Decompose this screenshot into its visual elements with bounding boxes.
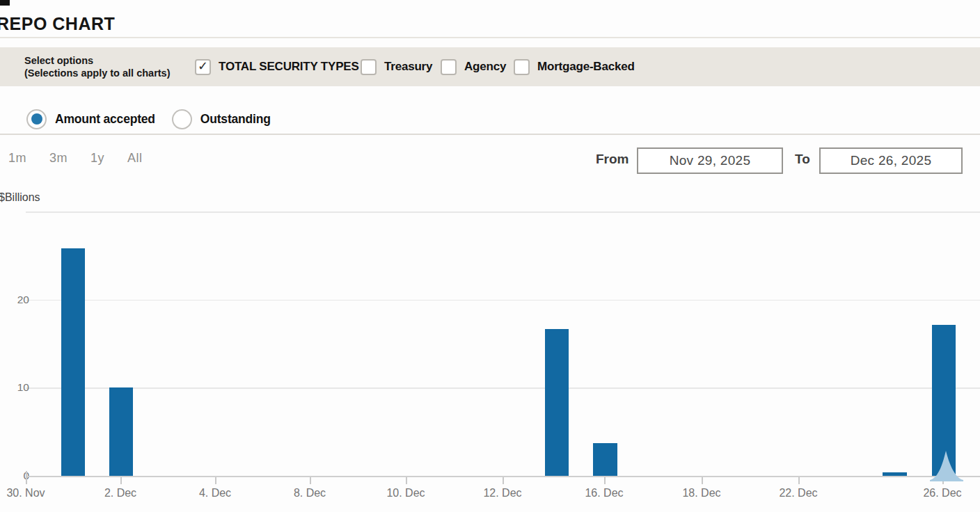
x-tick-mark — [798, 477, 800, 484]
x-tick-label: 18. Dec — [682, 487, 720, 499]
x-tick-mark — [503, 477, 504, 484]
x-tick-label: 12. Dec — [483, 487, 521, 499]
radio-label: Outstanding — [200, 112, 271, 127]
checkbox-icon[interactable]: ✓ — [514, 59, 530, 75]
x-tick-mark — [604, 477, 606, 484]
x-tick-label: 2. Dec — [104, 487, 136, 499]
checkbox-label: TOTAL SECURITY TYPES — [219, 60, 359, 74]
x-tick-label: 30. Nov — [6, 487, 45, 499]
y-tick-label: 20 — [1, 294, 29, 306]
x-tick-mark — [310, 477, 311, 484]
range-button-1y[interactable]: 1y — [90, 151, 104, 166]
bar-dec-15[interactable] — [545, 329, 569, 477]
checkbox-total-security-types[interactable]: ✓ TOTAL SECURITY TYPES — [195, 47, 359, 86]
bar-dec-1[interactable] — [61, 248, 85, 477]
bar-dec-16[interactable] — [593, 443, 617, 477]
x-tick-mark — [702, 477, 703, 484]
options-caption-line1: Select options — [24, 54, 171, 67]
bar-dec-2[interactable] — [109, 387, 133, 477]
range-button-all[interactable]: All — [127, 151, 143, 166]
range-button-3m[interactable]: 3m — [49, 151, 68, 166]
x-tick-mark — [120, 477, 122, 484]
gridline — [26, 387, 980, 389]
series-toggle-group: Amount accepted Outstanding — [26, 104, 287, 134]
radio-amount-accepted[interactable]: Amount accepted — [26, 109, 155, 129]
checkbox-label: Treasury — [384, 60, 432, 74]
page-title: REPO CHART — [0, 14, 115, 34]
x-tick-label: 10. Dec — [386, 487, 425, 499]
to-date-input[interactable]: Dec 26, 2025 — [819, 147, 963, 174]
options-caption-line2: (Selections apply to all charts) — [24, 67, 171, 79]
checkbox-mortgage-backed[interactable]: ✓ Mortgage-Backed — [514, 47, 635, 86]
radio-label: Amount accepted — [55, 112, 155, 127]
x-tick-label: 4. Dec — [199, 487, 231, 499]
y-tick-label: 0 — [1, 470, 29, 482]
checkbox-label: Agency — [464, 60, 506, 74]
radio-icon[interactable] — [172, 109, 192, 129]
x-tick-label: 16. Dec — [585, 487, 623, 499]
section-divider — [0, 134, 980, 135]
screen-artifact — [0, 0, 10, 6]
radio-icon[interactable] — [26, 109, 47, 129]
range-selector: 1m 3m 1y All — [8, 151, 143, 166]
from-date-input[interactable]: Nov 29, 2025 — [637, 147, 783, 174]
checkbox-label: Mortgage-Backed — [537, 60, 635, 74]
check-icon: ✓ — [198, 60, 208, 72]
checkbox-treasury[interactable]: ✓ Treasury — [361, 47, 432, 86]
y-axis-title: $Billions — [0, 191, 40, 204]
x-tick-label: 26. Dec — [923, 487, 961, 499]
range-button-1m[interactable]: 1m — [8, 151, 26, 166]
options-bar: Select options (Selections apply to all … — [0, 47, 980, 86]
radio-dot — [31, 113, 42, 125]
x-tick-mark — [406, 477, 407, 484]
to-label: To — [795, 152, 810, 167]
gridline — [26, 211, 980, 213]
x-tick-label: 22. Dec — [779, 487, 817, 499]
checkbox-icon[interactable]: ✓ — [361, 59, 377, 75]
x-tick-mark — [215, 477, 216, 484]
x-tick-mark — [26, 477, 27, 484]
checkbox-agency[interactable]: ✓ Agency — [441, 47, 506, 86]
checkbox-icon[interactable]: ✓ — [441, 59, 457, 75]
x-tick-label: 8. Dec — [294, 487, 326, 499]
cursor-peak-decoration — [930, 451, 963, 481]
from-label: From — [596, 152, 629, 167]
options-bar-caption: Select options (Selections apply to all … — [24, 54, 171, 79]
title-divider — [0, 37, 980, 38]
gridline — [26, 300, 980, 301]
radio-outstanding[interactable]: Outstanding — [172, 109, 271, 129]
y-tick-label: 10 — [1, 381, 29, 394]
checkbox-icon[interactable]: ✓ — [195, 59, 211, 75]
